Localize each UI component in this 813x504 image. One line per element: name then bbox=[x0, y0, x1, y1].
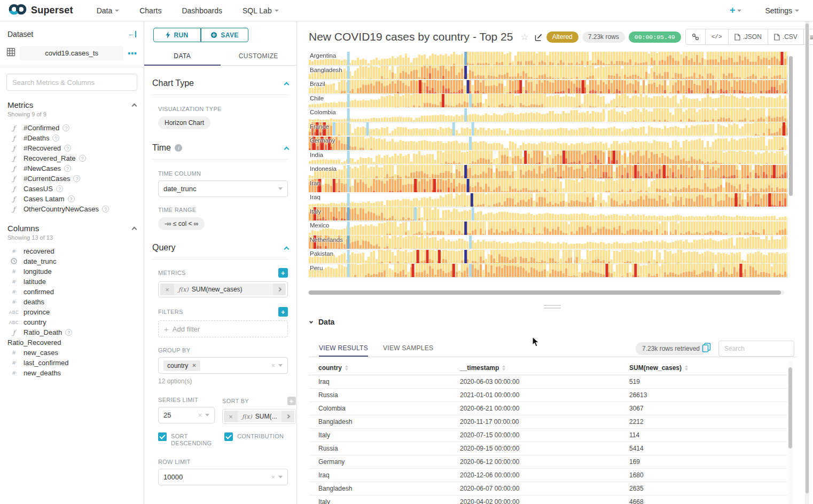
remove-sort-icon[interactable]: × bbox=[224, 411, 238, 422]
contribution-checkbox[interactable] bbox=[224, 432, 233, 441]
horizon-canvas[interactable] bbox=[309, 52, 787, 65]
metric-item[interactable]: ƒRecovered_Rate? bbox=[7, 153, 136, 163]
dataset-options-icon[interactable]: ••• bbox=[128, 49, 137, 58]
horizon-row[interactable]: Mexico bbox=[309, 222, 787, 236]
column-item[interactable]: ƒRatio_Death? bbox=[7, 327, 136, 337]
sort-descending-checkbox[interactable] bbox=[158, 432, 167, 441]
horizon-canvas[interactable] bbox=[309, 264, 787, 277]
collapse-section-icon[interactable] bbox=[284, 146, 290, 152]
horizon-canvas[interactable] bbox=[309, 66, 787, 79]
column-item[interactable]: #last_confirmed bbox=[7, 358, 136, 368]
horizon-row[interactable]: Italy bbox=[309, 208, 787, 222]
add-filter-box[interactable]: + Add filter bbox=[158, 320, 288, 337]
superset-brand[interactable]: Superset bbox=[7, 3, 73, 18]
column-item[interactable]: ABCcountry bbox=[7, 317, 136, 327]
metric-option[interactable]: × ƒ(x)SUM(new_cases) bbox=[158, 281, 288, 297]
horizon-row[interactable]: Colombia bbox=[309, 108, 787, 123]
horizon-canvas[interactable] bbox=[309, 122, 787, 136]
row-limit-select[interactable]: 10000 × bbox=[158, 469, 288, 485]
column-item[interactable]: #recovered bbox=[7, 246, 136, 256]
nav-item-dashboards[interactable]: Dashboards bbox=[182, 6, 222, 15]
horizon-row[interactable]: Bangladesh bbox=[309, 66, 787, 81]
metric-item[interactable]: ƒOtherCountryNewCases? bbox=[7, 204, 136, 214]
embed-code-button[interactable]: </> bbox=[705, 29, 729, 45]
page-scrollbar[interactable] bbox=[806, 23, 809, 493]
time-range-value[interactable]: -∞ ≤ col < ∞ bbox=[158, 217, 205, 230]
new-item-button[interactable]: + bbox=[730, 5, 742, 16]
clear-icon[interactable]: × bbox=[271, 361, 275, 369]
horizon-canvas[interactable] bbox=[309, 179, 787, 192]
chart-vertical-scrollbar[interactable] bbox=[789, 56, 793, 196]
table-row[interactable]: Bangladesh2020-11-17 00:00:002212 bbox=[309, 415, 787, 429]
column-header[interactable]: __timestamp bbox=[450, 364, 620, 372]
add-sort-metric-button[interactable]: + bbox=[287, 397, 296, 405]
add-metric-button[interactable]: + bbox=[278, 268, 288, 278]
column-item[interactable]: #new_deaths bbox=[7, 368, 136, 378]
table-row[interactable]: Germany2020-06-12 00:00:00169 bbox=[309, 455, 787, 469]
run-button[interactable]: RUN bbox=[153, 28, 201, 42]
clear-icon[interactable]: × bbox=[198, 411, 202, 419]
sort-icon[interactable] bbox=[502, 365, 505, 371]
tab-customize[interactable]: CUSTOMIZE bbox=[221, 48, 297, 65]
series-limit-select[interactable]: 25 × bbox=[158, 407, 215, 423]
collapse-columns-icon[interactable] bbox=[132, 227, 137, 232]
column-item[interactable]: #new_cases bbox=[7, 348, 136, 358]
horizon-chart[interactable]: ArgentinaBangladeshBrazilChileColombiaFr… bbox=[309, 52, 787, 287]
tab-view-results[interactable]: VIEW RESULTS bbox=[319, 344, 368, 357]
group-by-tag[interactable]: country✕ bbox=[163, 360, 200, 371]
data-section-toggle[interactable]: Data bbox=[310, 318, 334, 326]
metric-item[interactable]: ƒCasesUS? bbox=[7, 184, 136, 194]
horizon-canvas[interactable] bbox=[309, 207, 787, 220]
horizon-canvas[interactable] bbox=[309, 222, 787, 235]
table-row[interactable]: Russia2021-01-01 00:00:0026613 bbox=[309, 389, 787, 402]
tab-view-samples[interactable]: VIEW SAMPLES bbox=[383, 344, 433, 357]
column-item[interactable]: date_trunc bbox=[7, 256, 136, 266]
settings-menu[interactable]: Settings bbox=[765, 6, 799, 15]
expand-sort-icon[interactable] bbox=[282, 411, 294, 422]
export-json-button[interactable]: .JSON bbox=[728, 29, 768, 45]
save-button[interactable]: SAVE bbox=[201, 28, 248, 42]
table-row[interactable]: Iraq2020-12-06 00:00:001680 bbox=[309, 469, 787, 482]
column-item[interactable]: #longitude bbox=[7, 266, 136, 277]
horizon-canvas[interactable] bbox=[309, 151, 787, 164]
metric-item[interactable]: ƒ#Deaths? bbox=[7, 133, 136, 143]
table-row[interactable]: Colombia2020-06-21 00:00:003067 bbox=[309, 402, 787, 415]
collapse-section-icon[interactable] bbox=[284, 246, 290, 251]
nav-item-sql-lab[interactable]: SQL Lab bbox=[243, 6, 279, 15]
altered-badge[interactable]: Altered bbox=[546, 32, 579, 43]
clear-icon[interactable]: × bbox=[271, 473, 275, 481]
nav-item-charts[interactable]: Charts bbox=[139, 6, 161, 15]
copy-data-icon[interactable] bbox=[702, 343, 711, 355]
horizon-canvas[interactable] bbox=[309, 94, 787, 107]
table-row[interactable]: Russia2020-09-15 00:00:005414 bbox=[309, 442, 787, 455]
column-item[interactable]: #latitude bbox=[7, 277, 136, 287]
remove-tag-icon[interactable]: ✕ bbox=[192, 363, 196, 368]
search-metrics-columns-input[interactable] bbox=[6, 74, 137, 91]
tab-data[interactable]: DATA bbox=[144, 48, 221, 65]
horizon-row[interactable]: Pakistan bbox=[309, 250, 787, 264]
horizon-canvas[interactable] bbox=[309, 137, 787, 150]
sort-icon[interactable] bbox=[685, 365, 688, 371]
column-header[interactable]: SUM(new_cases) bbox=[620, 364, 787, 372]
collapse-metrics-icon[interactable] bbox=[132, 104, 137, 109]
horizon-row[interactable]: Brazil bbox=[309, 80, 787, 94]
horizon-canvas[interactable] bbox=[309, 193, 787, 207]
dataset-name[interactable]: covid19.cases_ts bbox=[20, 46, 123, 60]
column-item[interactable]: Ratio_Recovered bbox=[7, 337, 136, 348]
column-header[interactable]: country bbox=[309, 364, 450, 372]
sort-icon[interactable] bbox=[345, 365, 348, 371]
horizon-row[interactable]: India bbox=[309, 151, 787, 166]
horizon-canvas[interactable] bbox=[309, 108, 787, 122]
table-row[interactable]: Bangladesh2020-06-07 00:00:002635 bbox=[309, 482, 787, 495]
horizon-canvas[interactable] bbox=[309, 165, 787, 178]
visualization-type-value[interactable]: Horizon Chart bbox=[158, 116, 210, 129]
metric-item[interactable]: ƒ#CurrentCases? bbox=[7, 174, 136, 184]
horizon-row[interactable]: Peru bbox=[309, 264, 787, 279]
horizon-row[interactable]: Indonesia bbox=[309, 165, 787, 179]
metric-item[interactable]: ƒ#NewCases? bbox=[7, 163, 136, 174]
table-row[interactable]: Italy2020-04-02 00:00:004668 bbox=[309, 495, 787, 504]
metric-item[interactable]: ƒCases Latam? bbox=[7, 194, 136, 204]
column-item[interactable]: #confirmed bbox=[7, 287, 136, 297]
remove-metric-icon[interactable]: × bbox=[160, 284, 174, 295]
chart-horizontal-scrollbar[interactable] bbox=[309, 290, 781, 295]
